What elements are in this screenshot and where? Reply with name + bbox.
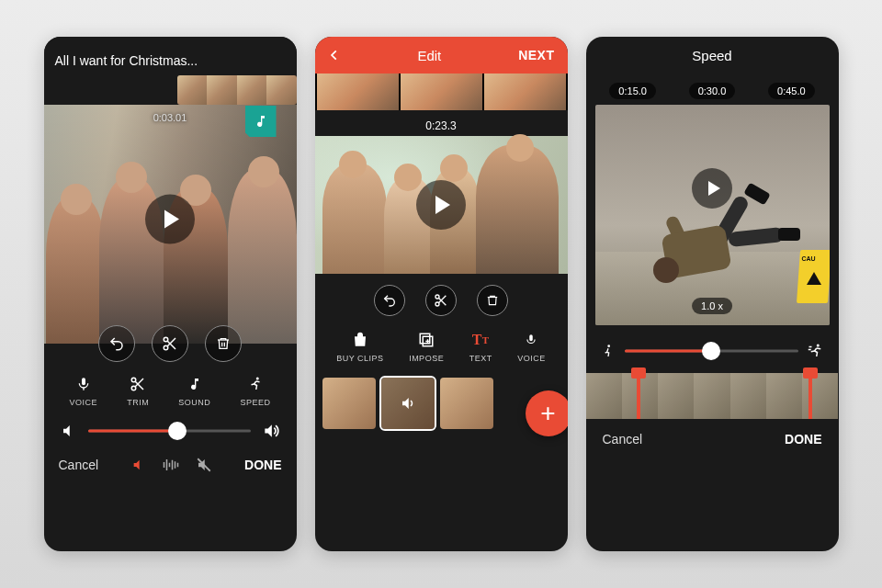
thumb: [207, 75, 237, 105]
cancel-button[interactable]: Cancel: [59, 458, 99, 472]
music-tag[interactable]: [245, 106, 277, 137]
current-time: 0:23.3: [315, 110, 568, 136]
frame-strip[interactable]: [586, 373, 839, 419]
svg-rect-12: [163, 462, 164, 468]
tool-label: IMPOSE: [409, 354, 444, 363]
scissors-icon: [434, 293, 448, 308]
chevron-left-icon: [328, 47, 341, 63]
timeline-strip[interactable]: [315, 74, 568, 110]
svg-rect-16: [174, 461, 175, 469]
run-icon: [808, 343, 824, 359]
header: Edit NEXT: [315, 37, 568, 74]
mic-icon: [76, 375, 91, 393]
mute-button[interactable]: [196, 457, 212, 473]
tool-impose[interactable]: IMPOSE: [409, 331, 444, 363]
walk-icon: [601, 343, 616, 359]
undo-icon: [108, 335, 125, 352]
video-preview: CAU 1.0 x: [595, 105, 830, 325]
play-button[interactable]: [145, 195, 195, 244]
thumb: [266, 75, 297, 105]
timeline-thumbnails[interactable]: [177, 75, 297, 105]
undo-button[interactable]: [98, 325, 135, 362]
tool-label: VOICE: [517, 354, 546, 363]
trash-icon: [486, 294, 499, 307]
speed-slider[interactable]: [625, 342, 798, 360]
tool-text[interactable]: TT TEXT: [469, 331, 492, 363]
svg-point-27: [607, 345, 610, 347]
volume-slider[interactable]: [88, 422, 251, 440]
volume-low-icon: [61, 423, 77, 439]
done-button[interactable]: DONE: [785, 432, 821, 447]
range-start-handle[interactable]: [637, 373, 640, 419]
scissors-icon: [130, 375, 146, 393]
screen-music: All I want for Christmas... 0:03.01: [44, 37, 297, 551]
speaker-button[interactable]: [131, 458, 146, 472]
range-end-handle[interactable]: [808, 373, 812, 419]
tool-row: VOICE TRIM SOUND SPEED: [44, 368, 297, 414]
bag-icon: [352, 331, 368, 349]
trash-icon: [216, 336, 231, 351]
undo-icon: [382, 293, 397, 308]
text-icon: TT: [472, 331, 490, 349]
project-title: All I want for Christmas...: [55, 53, 198, 68]
thumb: [177, 75, 208, 105]
clip-actions: [315, 274, 568, 323]
svg-rect-13: [165, 459, 167, 470]
video-preview: 0:03.01: [44, 105, 297, 344]
tool-label: BUY CLIPS: [336, 354, 383, 363]
cancel-button[interactable]: Cancel: [603, 432, 643, 447]
delete-button[interactable]: [477, 285, 508, 316]
play-button[interactable]: [692, 168, 732, 209]
speed-row: [586, 325, 839, 368]
video-preview: [315, 136, 568, 274]
svg-rect-17: [176, 463, 178, 468]
mic-icon: [525, 331, 537, 349]
clip-tray: +: [315, 372, 568, 438]
tool-label: VOICE: [70, 398, 98, 407]
play-button[interactable]: [416, 180, 466, 230]
volume-row: [44, 414, 297, 447]
svg-point-11: [256, 378, 259, 380]
header: All I want for Christmas...: [44, 37, 297, 105]
thumb: [237, 75, 267, 105]
svg-rect-14: [168, 463, 170, 468]
page-title: Speed: [586, 37, 839, 74]
time-marks: 0:15.0 0:30.0 0:45.0: [586, 74, 839, 105]
clip-item[interactable]: [440, 378, 493, 429]
next-button[interactable]: NEXT: [518, 48, 554, 62]
tool-voice[interactable]: VOICE: [517, 331, 546, 363]
volume-high-icon: [262, 422, 280, 440]
layers-icon: [418, 331, 435, 349]
music-icon: [187, 375, 202, 393]
tool-label: SPEED: [240, 398, 270, 407]
clip-item[interactable]: [322, 378, 376, 429]
tool-label: SOUND: [178, 398, 210, 407]
page-title: Edit: [417, 48, 441, 63]
music-icon: [254, 114, 268, 129]
tool-buy-clips[interactable]: BUY CLIPS: [336, 331, 383, 363]
tool-sound[interactable]: SOUND: [178, 375, 210, 407]
tool-label: TEXT: [469, 354, 492, 363]
cut-button[interactable]: [152, 325, 188, 362]
caution-sign: CAU: [798, 243, 830, 316]
waveform-button[interactable]: [163, 458, 179, 472]
speaker-icon: [400, 395, 416, 412]
speed-badge: 1.0 x: [692, 298, 732, 314]
svg-rect-15: [171, 460, 173, 470]
tool-trim[interactable]: TRIM: [127, 375, 149, 407]
cut-button[interactable]: [425, 285, 457, 316]
undo-button[interactable]: [374, 285, 405, 316]
footer: Cancel DONE: [44, 447, 297, 486]
current-time: 0:03.01: [153, 112, 187, 123]
delete-button[interactable]: [205, 325, 242, 362]
running-icon: [247, 375, 264, 393]
back-button[interactable]: [328, 47, 341, 63]
tool-speed[interactable]: SPEED: [240, 375, 270, 407]
tool-label: TRIM: [127, 398, 149, 407]
tool-voice[interactable]: VOICE: [70, 375, 98, 407]
footer-icons: [131, 457, 212, 473]
clip-item-selected[interactable]: [381, 378, 435, 429]
done-button[interactable]: DONE: [244, 458, 281, 472]
add-clip-button[interactable]: +: [526, 390, 568, 436]
tool-row: BUY CLIPS IMPOSE TT TEXT VOICE: [315, 323, 568, 372]
